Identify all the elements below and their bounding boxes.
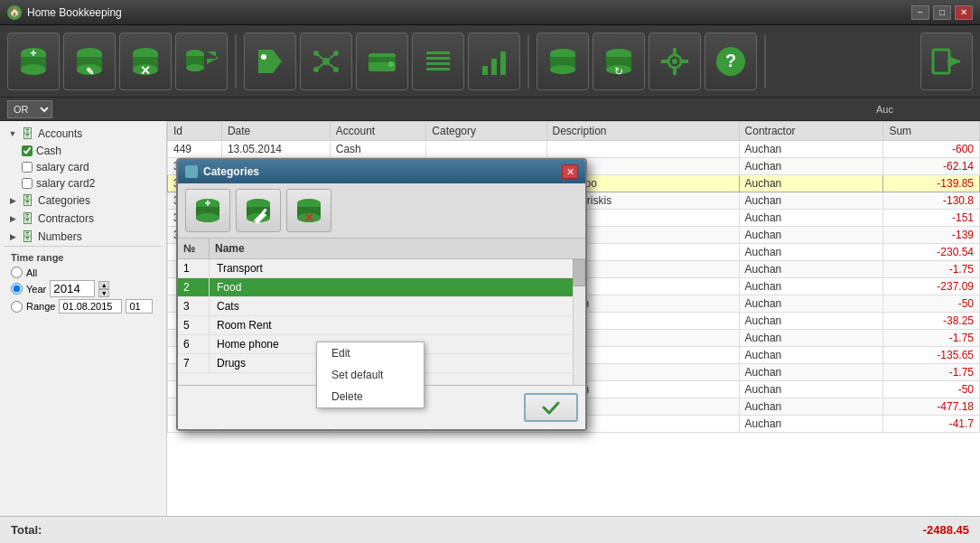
maximize-button[interactable]: □ (933, 5, 951, 20)
cat-add-button[interactable]: + (185, 189, 230, 232)
svg-marker-23 (207, 51, 219, 64)
cell-sum: -1.75 (883, 364, 980, 381)
network-button[interactable] (300, 33, 352, 90)
sidebar-item-numbers[interactable]: ▶ 🗄 Numbers (4, 228, 163, 246)
context-menu: Edit Set default Delete (316, 342, 425, 408)
categories-expander[interactable]: ▶ (7, 195, 18, 206)
year-value[interactable] (50, 280, 95, 297)
category-list-item[interactable]: 3Cats (178, 297, 585, 316)
cell-contractor: Auchan (739, 347, 883, 364)
svg-rect-57 (673, 48, 677, 55)
category-name: Cats (210, 297, 585, 315)
tags-button[interactable] (244, 33, 296, 90)
sidebar-item-categories[interactable]: ▶ 🗄 Categories (4, 192, 163, 210)
cell-contractor: Auchan (739, 381, 883, 398)
context-menu-delete[interactable]: Delete (317, 386, 424, 407)
dialog-close-button[interactable]: ✕ (562, 164, 578, 179)
scrollbar-thumb[interactable] (573, 259, 585, 286)
help-button[interactable]: ? (705, 33, 757, 90)
time-range-year[interactable]: Year ▲ ▼ (11, 280, 155, 297)
ok-button[interactable] (524, 393, 578, 422)
cell-sum: -237.09 (883, 278, 980, 295)
svg-point-56 (672, 59, 677, 64)
filter-operator[interactable]: OR AND (7, 100, 52, 118)
svg-line-30 (316, 53, 326, 61)
context-menu-set-default[interactable]: Set default (317, 364, 424, 386)
contractors-expander[interactable]: ▶ (7, 213, 18, 224)
cell-account: Cash (330, 141, 426, 158)
cash-label: Cash (36, 145, 61, 157)
svg-point-70 (196, 213, 219, 222)
cell-contractor: Auchan (739, 158, 883, 175)
edit-record-button[interactable]: ✎ (63, 33, 116, 90)
all-radio[interactable] (11, 267, 23, 278)
chart-button[interactable] (468, 33, 520, 90)
cell-contractor: Auchan (739, 227, 883, 244)
category-num: 3 (178, 297, 210, 315)
wallet-button[interactable] (356, 33, 408, 90)
db-manage-button[interactable] (537, 33, 589, 90)
window-controls: − □ ✕ (911, 5, 973, 20)
cell-sum: -1.75 (883, 330, 980, 347)
category-list-item[interactable]: 5Room Rent (178, 316, 585, 335)
cell-sum: -135.65 (883, 347, 980, 364)
settings-button[interactable] (649, 33, 701, 90)
svg-rect-41 (482, 66, 488, 75)
delete-record-button[interactable]: ✕ (119, 33, 172, 90)
year-radio[interactable] (11, 283, 23, 295)
cell-id: 449 (168, 141, 222, 158)
salary-card2-checkbox[interactable] (22, 178, 33, 189)
time-range-all[interactable]: All (11, 267, 155, 278)
cell-contractor: Auchan (739, 192, 883, 210)
range-radio[interactable] (11, 301, 23, 313)
sidebar-item-salary-card2[interactable]: salary card2 (18, 175, 163, 192)
dialog-titlebar: Categories ✕ (178, 160, 585, 183)
cell-sum: -477.18 (883, 398, 980, 416)
minimize-button[interactable]: − (911, 5, 929, 20)
contractors-label: Contractors (38, 212, 94, 225)
year-up[interactable]: ▲ (98, 281, 109, 289)
add-record-button[interactable]: + (7, 33, 60, 90)
cat-edit-button[interactable] (236, 189, 281, 232)
list-header-num: № (178, 239, 210, 258)
category-list-item[interactable]: 2Food (178, 278, 585, 297)
year-down[interactable]: ▼ (98, 289, 109, 297)
accounts-expander[interactable]: ▼ (7, 128, 18, 139)
close-button[interactable]: ✕ (955, 5, 973, 20)
time-range-range[interactable]: Range (11, 299, 155, 314)
sidebar-item-accounts[interactable]: ▼ 🗄 Accounts (4, 125, 163, 143)
svg-point-48 (550, 65, 575, 74)
app-title: Home Bookkeeping (27, 6, 911, 19)
cat-delete-button[interactable]: ✕ (286, 189, 331, 232)
svg-text:↻: ↻ (614, 65, 623, 78)
range-to[interactable] (126, 299, 153, 314)
sidebar-item-contractors[interactable]: ▶ 🗄 Contractors (4, 210, 163, 228)
svg-rect-60 (681, 60, 688, 63)
col-header-id: Id (168, 122, 222, 141)
range-from[interactable] (59, 299, 122, 314)
cash-checkbox[interactable] (22, 145, 33, 156)
category-list-item[interactable]: 1Transport (178, 259, 585, 278)
cell-sum: -600 (883, 141, 980, 158)
svg-rect-42 (491, 59, 497, 75)
category-num: 7 (178, 354, 210, 372)
exit-button[interactable] (920, 33, 973, 90)
table-row[interactable]: 44913.05.2014CashAuchan-600 (168, 141, 980, 158)
categories-label: Categories (38, 194, 90, 207)
svg-line-31 (326, 53, 336, 61)
context-menu-edit[interactable]: Edit (317, 342, 424, 364)
numbers-expander[interactable]: ▶ (7, 231, 18, 242)
numbers-label: Numbers (38, 230, 82, 243)
category-num: 5 (178, 316, 210, 334)
category-num: 6 (178, 335, 210, 353)
svg-rect-40 (426, 68, 450, 70)
scrollbar-track[interactable] (573, 259, 585, 385)
sidebar-item-salary-card[interactable]: salary card (18, 159, 163, 175)
salary-card-checkbox[interactable] (22, 162, 33, 173)
svg-point-22 (186, 64, 204, 71)
list-button[interactable] (412, 33, 464, 90)
sidebar-item-cash[interactable]: Cash (18, 143, 163, 159)
db-refresh-button[interactable]: ↻ (593, 33, 645, 90)
total-value: -2488.45 (923, 523, 969, 537)
transfer-button[interactable] (175, 33, 228, 90)
